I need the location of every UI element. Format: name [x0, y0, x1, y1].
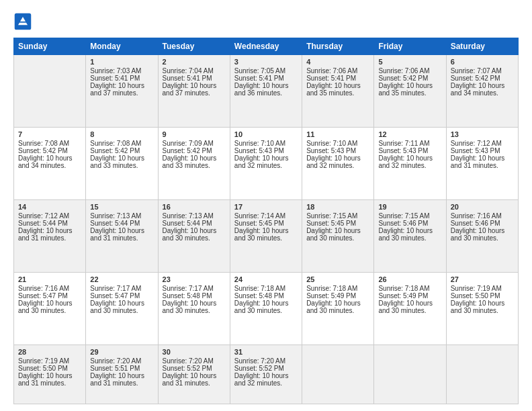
daylight-text: Daylight: 10 hours and 31 minutes. — [18, 372, 73, 387]
day-number: 9 — [163, 130, 226, 138]
sunrise-text: Sunrise: 7:20 AM — [163, 357, 214, 365]
sunrise-text: Sunrise: 7:12 AM — [451, 140, 502, 147]
sunrise-text: Sunrise: 7:10 AM — [306, 140, 357, 147]
day-number: 24 — [234, 275, 298, 283]
sunrise-text: Sunrise: 7:03 AM — [90, 67, 141, 75]
sunset-text: Sunset: 5:43 PM — [306, 147, 356, 154]
daylight-text: Daylight: 10 hours and 33 minutes. — [163, 154, 217, 169]
daylight-text: Daylight: 10 hours and 30 minutes. — [163, 300, 217, 314]
sunset-text: Sunset: 5:41 PM — [234, 75, 284, 82]
calendar-cell: 15Sunrise: 7:13 AMSunset: 5:44 PMDayligh… — [86, 200, 158, 273]
day-number: 12 — [378, 130, 441, 138]
calendar-cell: 24Sunrise: 7:18 AMSunset: 5:48 PMDayligh… — [230, 273, 302, 345]
sunrise-text: Sunrise: 7:18 AM — [234, 285, 285, 292]
calendar-cell: 18Sunrise: 7:15 AMSunset: 5:45 PMDayligh… — [302, 200, 374, 273]
calendar-cell: 2Sunrise: 7:04 AMSunset: 5:41 PMDaylight… — [158, 55, 230, 128]
sunrise-text: Sunrise: 7:15 AM — [306, 212, 357, 220]
sunset-text: Sunset: 5:43 PM — [451, 147, 500, 154]
sunset-text: Sunset: 5:43 PM — [378, 147, 428, 154]
day-number: 2 — [163, 58, 226, 66]
day-number: 27 — [451, 275, 514, 283]
daylight-text: Daylight: 10 hours and 30 minutes. — [306, 227, 361, 242]
sunset-text: Sunset: 5:42 PM — [90, 147, 140, 154]
daylight-text: Daylight: 10 hours and 31 minutes. — [451, 154, 505, 169]
calendar-header-friday: Friday — [374, 38, 446, 55]
logo — [13, 12, 34, 31]
sunrise-text: Sunrise: 7:17 AM — [163, 285, 214, 292]
sunrise-text: Sunrise: 7:06 AM — [306, 67, 357, 75]
sunset-text: Sunset: 5:44 PM — [18, 220, 68, 227]
calendar-week-row: 21Sunrise: 7:16 AMSunset: 5:47 PMDayligh… — [14, 273, 519, 345]
calendar-cell — [446, 345, 518, 404]
sunset-text: Sunset: 5:44 PM — [163, 220, 212, 227]
sunset-text: Sunset: 5:43 PM — [234, 147, 284, 154]
sunset-text: Sunset: 5:47 PM — [18, 292, 68, 300]
daylight-text: Daylight: 10 hours and 30 minutes. — [451, 227, 505, 242]
sunset-text: Sunset: 5:48 PM — [163, 292, 212, 300]
daylight-text: Daylight: 10 hours and 31 minutes. — [163, 372, 217, 387]
sunrise-text: Sunrise: 7:08 AM — [90, 140, 141, 147]
daylight-text: Daylight: 10 hours and 31 minutes. — [90, 227, 144, 242]
sunset-text: Sunset: 5:41 PM — [90, 75, 140, 82]
calendar-week-row: 7Sunrise: 7:08 AMSunset: 5:42 PMDaylight… — [14, 128, 519, 200]
calendar-cell: 31Sunrise: 7:20 AMSunset: 5:52 PMDayligh… — [230, 345, 302, 404]
day-number: 26 — [378, 275, 441, 283]
daylight-text: Daylight: 10 hours and 31 minutes. — [90, 372, 144, 387]
day-number: 19 — [378, 203, 441, 211]
sunrise-text: Sunrise: 7:16 AM — [451, 212, 502, 220]
calendar-cell: 5Sunrise: 7:06 AMSunset: 5:42 PMDaylight… — [374, 55, 446, 128]
logo-icon — [13, 12, 32, 31]
daylight-text: Daylight: 10 hours and 35 minutes. — [306, 82, 361, 97]
calendar-cell: 28Sunrise: 7:19 AMSunset: 5:50 PMDayligh… — [14, 345, 86, 404]
daylight-text: Daylight: 10 hours and 33 minutes. — [90, 154, 144, 169]
sunrise-text: Sunrise: 7:18 AM — [378, 285, 429, 292]
calendar-cell — [302, 345, 374, 404]
sunset-text: Sunset: 5:52 PM — [234, 365, 284, 372]
calendar-cell: 26Sunrise: 7:18 AMSunset: 5:49 PMDayligh… — [374, 273, 446, 345]
day-number: 28 — [18, 348, 81, 356]
sunrise-text: Sunrise: 7:06 AM — [378, 67, 429, 75]
daylight-text: Daylight: 10 hours and 30 minutes. — [234, 300, 289, 314]
calendar-cell: 13Sunrise: 7:12 AMSunset: 5:43 PMDayligh… — [446, 128, 518, 200]
day-number: 15 — [90, 203, 153, 211]
sunrise-text: Sunrise: 7:20 AM — [234, 357, 285, 365]
sunrise-text: Sunrise: 7:11 AM — [378, 140, 429, 147]
calendar-cell: 6Sunrise: 7:07 AMSunset: 5:42 PMDaylight… — [446, 55, 518, 128]
daylight-text: Daylight: 10 hours and 30 minutes. — [451, 300, 505, 314]
daylight-text: Daylight: 10 hours and 31 minutes. — [18, 227, 73, 242]
day-number: 7 — [18, 130, 81, 138]
calendar-cell: 4Sunrise: 7:06 AMSunset: 5:41 PMDaylight… — [302, 55, 374, 128]
sunrise-text: Sunrise: 7:19 AM — [18, 357, 69, 365]
day-number: 31 — [234, 348, 298, 356]
sunset-text: Sunset: 5:48 PM — [234, 292, 284, 300]
calendar-cell: 8Sunrise: 7:08 AMSunset: 5:42 PMDaylight… — [86, 128, 158, 200]
day-number: 10 — [234, 130, 298, 138]
daylight-text: Daylight: 10 hours and 32 minutes. — [234, 372, 289, 387]
sunrise-text: Sunrise: 7:12 AM — [18, 212, 69, 220]
calendar-cell: 12Sunrise: 7:11 AMSunset: 5:43 PMDayligh… — [374, 128, 446, 200]
calendar-table: SundayMondayTuesdayWednesdayThursdayFrid… — [13, 38, 519, 404]
daylight-text: Daylight: 10 hours and 37 minutes. — [90, 82, 144, 97]
calendar-cell — [14, 55, 86, 128]
calendar-cell: 20Sunrise: 7:16 AMSunset: 5:46 PMDayligh… — [446, 200, 518, 273]
sunrise-text: Sunrise: 7:05 AM — [234, 67, 285, 75]
day-number: 18 — [306, 203, 369, 211]
day-number: 3 — [234, 58, 298, 66]
calendar-cell: 23Sunrise: 7:17 AMSunset: 5:48 PMDayligh… — [158, 273, 230, 345]
sunrise-text: Sunrise: 7:17 AM — [90, 285, 141, 292]
calendar-header-monday: Monday — [86, 38, 158, 55]
calendar-week-row: 28Sunrise: 7:19 AMSunset: 5:50 PMDayligh… — [14, 345, 519, 404]
daylight-text: Daylight: 10 hours and 34 minutes. — [451, 82, 505, 97]
calendar-cell: 19Sunrise: 7:15 AMSunset: 5:46 PMDayligh… — [374, 200, 446, 273]
daylight-text: Daylight: 10 hours and 30 minutes. — [18, 300, 73, 314]
daylight-text: Daylight: 10 hours and 30 minutes. — [163, 227, 217, 242]
day-number: 23 — [163, 275, 226, 283]
calendar-cell: 25Sunrise: 7:18 AMSunset: 5:49 PMDayligh… — [302, 273, 374, 345]
sunset-text: Sunset: 5:47 PM — [90, 292, 140, 300]
sunrise-text: Sunrise: 7:19 AM — [451, 285, 502, 292]
sunrise-text: Sunrise: 7:04 AM — [163, 67, 214, 75]
calendar-cell: 16Sunrise: 7:13 AMSunset: 5:44 PMDayligh… — [158, 200, 230, 273]
day-number: 20 — [451, 203, 514, 211]
sunset-text: Sunset: 5:42 PM — [378, 75, 428, 82]
sunrise-text: Sunrise: 7:20 AM — [90, 357, 141, 365]
